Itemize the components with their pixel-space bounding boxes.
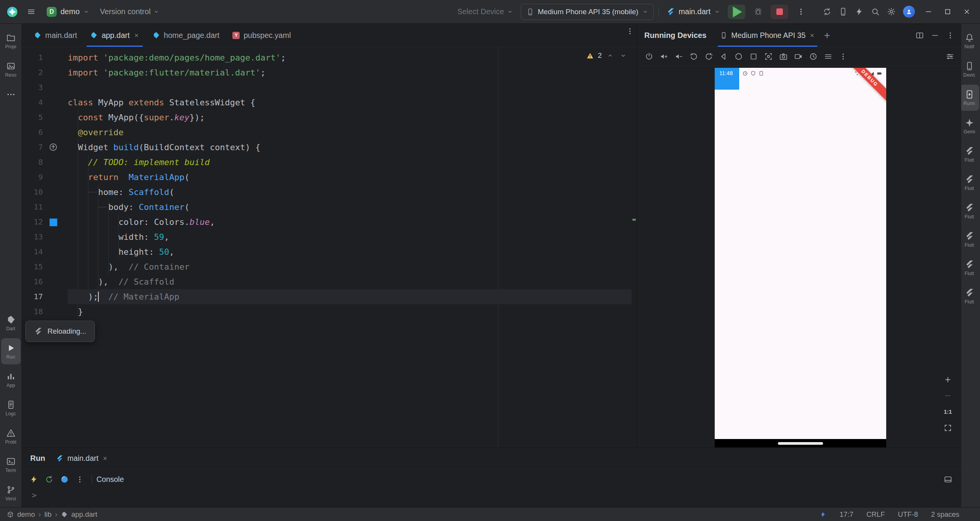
code-line[interactable]: const MyApp({super.key});	[68, 110, 632, 125]
code-line[interactable]: }	[68, 304, 632, 319]
debug-button[interactable]	[750, 4, 766, 20]
tool-window-button-flutter-tool[interactable]: Flutt	[960, 198, 979, 224]
line-number[interactable]: 4	[22, 95, 68, 110]
avatar[interactable]	[903, 6, 915, 18]
run-more-button[interactable]	[72, 472, 87, 487]
emulator-screen[interactable]: 11:48 3G DEBUG	[715, 68, 886, 447]
more-options-button[interactable]	[836, 49, 850, 63]
code-line[interactable]: height: 50,	[68, 244, 632, 259]
code-line[interactable]: ), // Container	[68, 259, 632, 274]
line-number[interactable]: 10	[22, 185, 68, 200]
menu-button[interactable]	[821, 49, 835, 63]
color-preview-swatch[interactable]	[49, 218, 57, 226]
nav-handle[interactable]	[778, 442, 823, 445]
editor-tab-home_page-dart[interactable]: home_page.dart	[146, 24, 226, 47]
tool-window-button-version-control[interactable]: Versi	[1, 480, 21, 506]
tool-window-button-more-tool-windows[interactable]	[1, 85, 21, 104]
caret-position[interactable]: 17:7	[840, 510, 853, 519]
tool-window-button-run[interactable]: Run	[1, 338, 21, 364]
select-device-button[interactable]: Select Device	[454, 5, 516, 18]
code-line[interactable]: @override	[68, 125, 632, 140]
add-device-tab-button[interactable]	[820, 28, 834, 43]
line-number[interactable]: 15	[22, 259, 68, 274]
override-icon[interactable]	[49, 143, 58, 152]
layout-settings-button[interactable]	[941, 472, 955, 487]
prev-problem-button[interactable]	[606, 51, 615, 60]
code-pane[interactable]: import 'package:demo/pages/home_page.dar…	[68, 47, 632, 447]
main-menu-button[interactable]	[23, 4, 39, 20]
project-selector[interactable]: D demo	[44, 5, 92, 19]
hot-restart-button[interactable]	[42, 472, 56, 487]
bolt-icon[interactable]	[820, 511, 826, 518]
device-selector[interactable]: Medium Phone API 35 (mobile)	[521, 4, 654, 20]
code-line[interactable]	[68, 80, 632, 95]
line-number[interactable]: 13	[22, 229, 68, 244]
editor-tab-main-dart[interactable]: main.dart	[27, 24, 83, 47]
line-number[interactable]: 16	[22, 274, 68, 289]
code-line[interactable]: body: Container(	[68, 200, 632, 215]
line-separator[interactable]: CRLF	[866, 510, 885, 519]
line-number[interactable]: 2	[22, 65, 68, 80]
tool-window-button-logcat[interactable]: Logc	[1, 395, 21, 421]
volume-down-button[interactable]	[672, 49, 686, 63]
breadcrumb-item[interactable]: app.dart	[71, 510, 97, 519]
line-number[interactable]: 12	[22, 215, 68, 229]
breadcrumb-item[interactable]: lib	[44, 510, 52, 519]
code-line[interactable]: class MyApp extends StatelessWidget {	[68, 95, 632, 110]
zoom-out-button[interactable]	[943, 391, 953, 401]
tab-options-button[interactable]	[622, 24, 637, 38]
camera-button[interactable]	[776, 49, 790, 63]
tool-window-button-problems[interactable]: Probl	[1, 423, 21, 449]
tool-window-button-flutter-tool[interactable]: Flutt	[960, 170, 979, 196]
tool-window-button-flutter-tool[interactable]: Flutt	[960, 255, 979, 281]
editor-gutter[interactable]: 123456789101112131415161718	[22, 47, 68, 447]
console-output[interactable]: >	[22, 489, 961, 508]
line-number[interactable]: 9	[22, 170, 68, 185]
sync-project-button[interactable]	[820, 5, 834, 19]
settings-button[interactable]	[884, 5, 898, 19]
tool-window-button-terminal[interactable]: Term	[1, 452, 21, 478]
code-editor[interactable]: 123456789101112131415161718 import 'pack…	[22, 47, 637, 447]
line-number[interactable]: 5	[22, 110, 68, 125]
back-button[interactable]	[717, 49, 730, 63]
tool-window-button-device-manager[interactable]: Devic	[960, 56, 979, 82]
close-button[interactable]	[958, 4, 975, 20]
zoom-in-button[interactable]	[943, 375, 953, 385]
tool-window-button-dart-analysis[interactable]: Dart	[1, 310, 21, 336]
device-manager-button[interactable]	[836, 5, 850, 19]
more-actions-button[interactable]	[793, 4, 809, 20]
next-problem-button[interactable]	[619, 51, 628, 60]
line-number[interactable]: 7	[22, 140, 68, 155]
line-number[interactable]: 8	[22, 155, 68, 170]
code-line[interactable]: home: Scaffold(	[68, 185, 632, 200]
line-number[interactable]: 11	[22, 200, 68, 215]
tool-window-button-flutter-tool[interactable]: Flutt	[960, 283, 979, 309]
extended-controls-button[interactable]	[943, 49, 957, 63]
run-tab-main-dart[interactable]: main.dart	[56, 454, 108, 463]
code-line[interactable]: Widget build(BuildContext context) {	[68, 140, 632, 155]
search-everywhere-button[interactable]	[868, 5, 882, 19]
code-line[interactable]: ); // MaterialApp	[68, 289, 632, 304]
line-number[interactable]: 1	[22, 50, 68, 65]
editor-tab-app-dart[interactable]: app.dart	[83, 24, 145, 47]
breadcrumb[interactable]: demo › lib › app.dart	[7, 510, 97, 519]
code-line[interactable]: width: 59,	[68, 229, 632, 244]
indent-setting[interactable]: 2 spaces	[931, 510, 959, 519]
home-button[interactable]	[732, 49, 745, 63]
version-control-button[interactable]: Version control	[97, 5, 162, 18]
zoom-reset-button[interactable]: 1:1	[943, 407, 953, 417]
rotate-left-button[interactable]	[687, 49, 701, 63]
line-number[interactable]: 17	[22, 289, 68, 304]
panel-options-button[interactable]	[943, 28, 957, 43]
screenshot-button[interactable]	[761, 49, 775, 63]
code-line[interactable]: color: Colors.blue,	[68, 215, 632, 229]
line-number[interactable]: 14	[22, 244, 68, 259]
tool-window-button-project[interactable]: Proje	[1, 28, 21, 54]
code-line[interactable]: return MaterialApp(	[68, 170, 632, 185]
line-number[interactable]: 18	[22, 304, 68, 319]
file-encoding[interactable]: UTF-8	[898, 510, 918, 519]
tool-window-button-flutter-tool[interactable]: Flutt	[960, 226, 979, 252]
run-button[interactable]	[728, 5, 745, 19]
code-line[interactable]: import 'package:flutter/material.dart';	[68, 65, 632, 80]
stop-button[interactable]	[771, 5, 788, 19]
